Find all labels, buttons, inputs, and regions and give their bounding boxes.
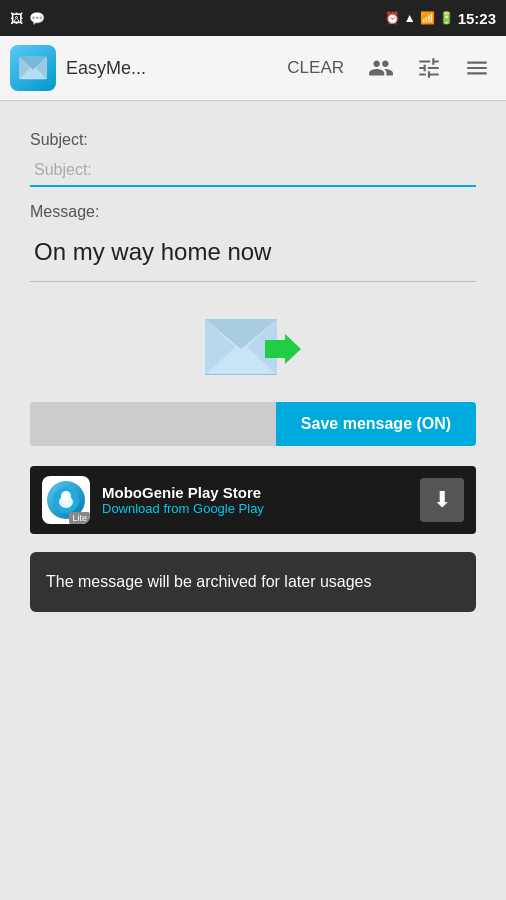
send-envelope[interactable] [205,312,301,382]
status-time: 15:23 [458,10,496,27]
svg-marker-8 [265,334,301,364]
app-bar: EasyMe... CLEAR [0,36,506,101]
app-logo-inner [19,58,47,78]
ad-logo: Lite [42,476,90,524]
clear-button[interactable]: CLEAR [279,54,352,82]
wifi-icon: ▲ [404,11,416,25]
notification-icon: 🖼 [10,11,23,26]
message-text[interactable]: On my way home now [30,231,476,282]
save-toggle-row: Save mensage (ON) [30,402,476,446]
ad-banner[interactable]: Lite MoboGenie Play Store Download from … [30,466,476,534]
app-title: EasyMe... [66,58,269,79]
message-label: Message: [30,203,476,221]
status-bar: 🖼 💬 ⏰ ▲ 📶 🔋 15:23 [0,0,506,36]
svg-point-11 [61,491,71,501]
save-toggle-label: Save mensage (ON) [301,415,451,433]
battery-icon: 🔋 [439,11,454,25]
logo-envelope-icon [19,56,47,80]
ad-subtitle: Download from Google Play [102,501,408,516]
mobogenie-logo-icon [52,486,80,514]
send-arrow-icon [265,334,301,364]
app-logo [10,45,56,91]
sliders-svg [416,55,442,81]
download-arrow-icon: ⬇ [433,487,451,513]
subject-group: Subject: [30,131,476,187]
message-group: Message: On my way home now [30,203,476,282]
menu-svg [464,55,490,81]
clock-icon: ⏰ [385,11,400,25]
info-box: The message will be archived for later u… [30,552,476,612]
ad-download-button[interactable]: ⬇ [420,478,464,522]
save-toggle-on[interactable]: Save mensage (ON) [276,402,476,446]
ad-text: MoboGenie Play Store Download from Googl… [102,484,408,516]
contacts-svg [368,55,394,81]
subject-label: Subject: [30,131,476,149]
sliders-icon[interactable] [410,49,448,87]
info-text: The message will be archived for later u… [46,573,372,590]
subject-input[interactable] [30,155,476,187]
contacts-icon[interactable] [362,49,400,87]
ad-title: MoboGenie Play Store [102,484,408,501]
signal-icon: 📶 [420,11,435,25]
lite-badge: Lite [69,512,90,524]
status-bar-right: ⏰ ▲ 📶 🔋 15:23 [385,10,496,27]
message-icon: 💬 [29,11,45,26]
save-toggle-off [30,402,276,446]
main-content: Subject: Message: On my way home now Sav… [0,101,506,632]
menu-icon[interactable] [458,49,496,87]
send-area [30,312,476,382]
status-bar-left: 🖼 💬 [10,11,45,26]
